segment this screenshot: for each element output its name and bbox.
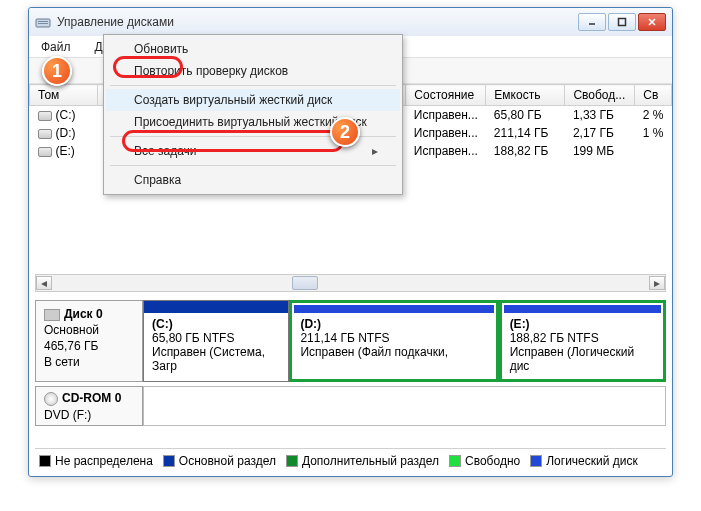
col-status[interactable]: Состояние	[406, 85, 486, 106]
menu-create-vhd[interactable]: Создать виртуальный жесткий диск	[106, 89, 400, 111]
volume-icon	[38, 147, 52, 157]
col-pct[interactable]: Св	[635, 85, 672, 106]
menu-help-item[interactable]: Справка	[106, 169, 400, 191]
menu-all-tasks[interactable]: Все задачи	[106, 140, 400, 162]
legend-free: Свободно	[449, 454, 520, 468]
svg-rect-1	[38, 21, 48, 22]
scroll-right-icon[interactable]: ▸	[649, 276, 665, 290]
scroll-left-icon[interactable]: ◂	[36, 276, 52, 290]
disk-row-0: Диск 0 Основной 465,76 ГБ В сети (C:) 65…	[35, 300, 666, 382]
col-capacity[interactable]: Емкость	[486, 85, 565, 106]
cd-icon	[44, 392, 58, 406]
scroll-thumb[interactable]	[292, 276, 318, 290]
minimize-button[interactable]	[578, 13, 606, 31]
window-title: Управление дисками	[57, 15, 174, 29]
partition-c[interactable]: (C:) 65,80 ГБ NTFS Исправен (Система, За…	[143, 300, 289, 382]
menu-rescan[interactable]: Повторить проверку дисков	[106, 60, 400, 82]
cdrom-header[interactable]: CD-ROM 0 DVD (F:)	[35, 386, 143, 426]
legend-unallocated: Не распределена	[39, 454, 153, 468]
callout-2: 2	[330, 117, 360, 147]
disk-icon	[44, 309, 60, 321]
disk-header[interactable]: Диск 0 Основной 465,76 ГБ В сети	[35, 300, 143, 382]
disk-row-cdrom: CD-ROM 0 DVD (F:)	[35, 386, 666, 426]
volume-icon	[38, 111, 52, 121]
close-button[interactable]	[638, 13, 666, 31]
partition-e[interactable]: (E:) 188,82 ГБ NTFS Исправен (Логический…	[499, 300, 666, 382]
col-volume[interactable]: Том	[30, 85, 98, 106]
svg-rect-4	[619, 19, 626, 26]
maximize-button[interactable]	[608, 13, 636, 31]
volume-icon	[38, 129, 52, 139]
legend-logical: Логический диск	[530, 454, 638, 468]
callout-1: 1	[42, 56, 72, 86]
col-free[interactable]: Свобод...	[565, 85, 635, 106]
action-dropdown: Обновить Повторить проверку дисков Созда…	[103, 34, 403, 195]
disk-management-window: Управление дисками Файл Действие Вид Спр…	[28, 7, 673, 477]
legend-extended: Дополнительный раздел	[286, 454, 439, 468]
menu-refresh[interactable]: Обновить	[106, 38, 400, 60]
titlebar: Управление дисками	[29, 8, 672, 36]
horizontal-scrollbar[interactable]: ◂ ▸	[35, 274, 666, 292]
legend-primary: Основной раздел	[163, 454, 276, 468]
partition-d[interactable]: (D:) 211,14 ГБ NTFS Исправен (Файл подка…	[289, 300, 498, 382]
app-icon	[35, 14, 51, 30]
legend: Не распределена Основной раздел Дополнит…	[35, 448, 666, 472]
svg-rect-2	[38, 23, 48, 24]
menubar: Файл Действие Вид Справка Обновить Повто…	[29, 36, 672, 58]
menu-file[interactable]: Файл	[35, 38, 77, 56]
graphical-view: Диск 0 Основной 465,76 ГБ В сети (C:) 65…	[35, 300, 666, 442]
